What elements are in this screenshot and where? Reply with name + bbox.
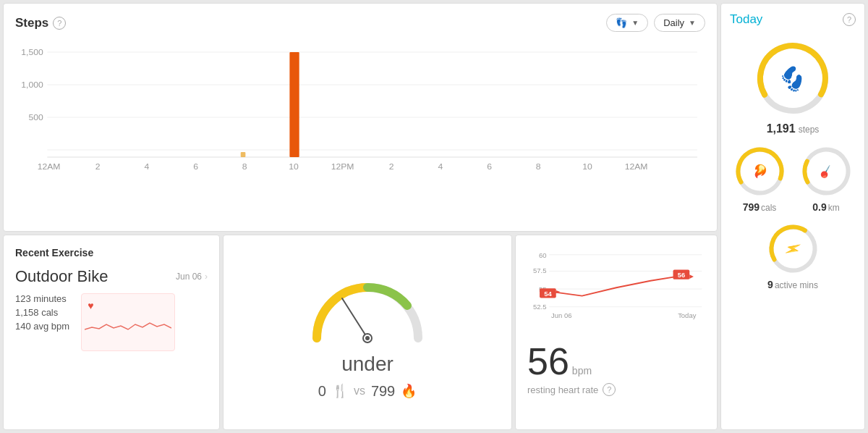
svg-text:12PM: 12PM bbox=[331, 162, 354, 171]
active-mins-value-row: 9 active mins bbox=[767, 279, 818, 290]
activity-icon: 👣 bbox=[616, 17, 627, 28]
cals-ring-widget: 🔥 799 cals bbox=[730, 144, 789, 213]
heart-rate-sparkline: ♥ bbox=[81, 293, 175, 351]
exercise-chevron-icon: › bbox=[205, 272, 208, 282]
steps-controls: 👣 ▼ Daily ▼ bbox=[606, 14, 705, 32]
hr-chart-svg: 60 57.5 55 52.5 Jun 06 Today bbox=[527, 247, 705, 334]
svg-line-23 bbox=[342, 298, 367, 338]
svg-text:2: 2 bbox=[389, 162, 394, 171]
svg-marker-41 bbox=[689, 274, 694, 279]
flame-gauge-icon: 🔥 bbox=[401, 383, 417, 399]
exercise-date[interactable]: Jun 06 › bbox=[176, 272, 208, 282]
steps-header: Steps ? 👣 ▼ Daily ▼ bbox=[15, 14, 705, 32]
steps-ring-container: 👣 bbox=[753, 38, 833, 118]
svg-text:4: 4 bbox=[145, 162, 150, 171]
today-title: Today bbox=[730, 12, 762, 27]
svg-text:Today: Today bbox=[678, 311, 696, 319]
sparkline-svg bbox=[85, 297, 171, 348]
cals-ring-container: 🔥 bbox=[733, 144, 787, 198]
today-header: Today ? bbox=[730, 12, 856, 27]
distance-ring-container: 📍 bbox=[799, 144, 854, 198]
active-mins-ring-widget: ⚡ 9 active mins bbox=[766, 222, 820, 421]
steps-unit: steps bbox=[799, 125, 820, 135]
svg-text:8: 8 bbox=[536, 162, 541, 171]
exercise-details: 123 minutes 1,158 cals 140 avg bpm ♥ bbox=[15, 293, 208, 351]
hr-chart-area: 60 57.5 55 52.5 Jun 06 Today bbox=[527, 247, 705, 334]
bottom-row: Recent Exercise Outdoor Bike Jun 06 › 12… bbox=[3, 235, 718, 430]
svg-rect-21 bbox=[289, 52, 299, 157]
svg-text:2: 2 bbox=[95, 162, 101, 171]
exercise-minutes: 123 minutes bbox=[15, 293, 69, 304]
gauge-svg bbox=[302, 266, 433, 353]
steps-card: Steps ? 👣 ▼ Daily ▼ bbox=[3, 3, 718, 232]
svg-text:57.5: 57.5 bbox=[533, 266, 546, 274]
svg-text:8: 8 bbox=[242, 162, 247, 171]
steps-chart-svg: 1,500 1,000 500 12AM 2 4 6 8 10 12PM 2 4… bbox=[15, 38, 705, 182]
hr-help-icon[interactable]: ? bbox=[603, 383, 616, 396]
hr-value-row: 56 bpm bbox=[527, 342, 705, 380]
svg-text:12AM: 12AM bbox=[625, 162, 648, 171]
svg-text:10: 10 bbox=[289, 162, 299, 171]
steps-title-row: Steps ? bbox=[15, 16, 66, 30]
svg-text:56: 56 bbox=[678, 271, 686, 279]
svg-text:4: 4 bbox=[438, 162, 443, 171]
today-sidebar: Today ? 👣 1,191 steps 🔥 bbox=[720, 3, 865, 430]
hr-unit-label: bpm bbox=[572, 365, 592, 377]
svg-text:60: 60 bbox=[539, 251, 547, 259]
svg-text:10: 10 bbox=[582, 162, 592, 171]
steps-title: Steps bbox=[15, 16, 48, 30]
vs-label: vs bbox=[354, 384, 365, 398]
steps-help-icon[interactable]: ? bbox=[53, 17, 66, 30]
active-mins-ring-container: ⚡ bbox=[766, 222, 820, 276]
frequency-selector[interactable]: Daily ▼ bbox=[654, 14, 705, 32]
activity-chevron-icon: ▼ bbox=[631, 19, 639, 27]
exercise-avg-bpm: 140 avg bpm bbox=[15, 321, 69, 332]
distance-unit: km bbox=[828, 203, 840, 213]
fork-icon: 🍴 bbox=[332, 383, 348, 399]
svg-text:6: 6 bbox=[487, 162, 492, 171]
exercise-name: Outdoor Bike bbox=[15, 267, 108, 286]
svg-text:1,000: 1,000 bbox=[21, 80, 43, 89]
svg-text:12AM: 12AM bbox=[38, 162, 61, 171]
svg-text:52.5: 52.5 bbox=[533, 303, 546, 311]
steps-ring-widget: 👣 1,191 steps bbox=[730, 38, 856, 135]
gauge-card: under 0 🍴 vs 799 🔥 bbox=[223, 235, 512, 430]
svg-point-25 bbox=[365, 336, 370, 340]
svg-text:Jun 06: Jun 06 bbox=[551, 311, 571, 319]
heart-rate-card: 60 57.5 55 52.5 Jun 06 Today bbox=[515, 235, 718, 430]
svg-text:500: 500 bbox=[28, 113, 43, 122]
frequency-chevron-icon: ▼ bbox=[689, 19, 696, 27]
heart-icon: ♥ bbox=[88, 300, 93, 311]
cals-km-row: 🔥 799 cals 📍 0.9 km bbox=[730, 144, 856, 213]
exercise-name-row: Outdoor Bike Jun 06 › bbox=[15, 267, 208, 286]
cals-unit: cals bbox=[761, 203, 776, 213]
steps-chart: 1,500 1,000 500 12AM 2 4 6 8 10 12PM 2 4… bbox=[15, 38, 705, 182]
distance-ring-widget: 📍 0.9 km bbox=[796, 144, 856, 213]
svg-rect-22 bbox=[241, 152, 246, 157]
frequency-label: Daily bbox=[663, 17, 684, 28]
hr-label-row: resting heart rate ? bbox=[527, 383, 705, 396]
hr-description: resting heart rate bbox=[527, 384, 598, 395]
today-help-icon[interactable]: ? bbox=[843, 13, 856, 26]
exercise-section-title: Recent Exercise bbox=[15, 247, 208, 258]
svg-text:54: 54 bbox=[544, 290, 552, 298]
svg-text:6: 6 bbox=[193, 162, 198, 171]
gauge-stats: 0 🍴 vs 799 🔥 bbox=[318, 383, 417, 400]
svg-text:1,500: 1,500 bbox=[21, 48, 43, 56]
hr-big-value: 56 bbox=[527, 342, 569, 380]
exercise-stats: 123 minutes 1,158 cals 140 avg bpm bbox=[15, 293, 69, 332]
gauge-label: under bbox=[341, 353, 393, 376]
calories-out-value: 799 bbox=[371, 383, 395, 400]
active-mins-count: 9 bbox=[767, 279, 773, 290]
activity-selector[interactable]: 👣 ▼ bbox=[606, 14, 648, 32]
exercise-card: Recent Exercise Outdoor Bike Jun 06 › 12… bbox=[3, 235, 220, 430]
exercise-cals: 1,158 cals bbox=[15, 307, 69, 318]
calories-in-value: 0 bbox=[318, 383, 326, 400]
exercise-date-label: Jun 06 bbox=[176, 272, 202, 282]
